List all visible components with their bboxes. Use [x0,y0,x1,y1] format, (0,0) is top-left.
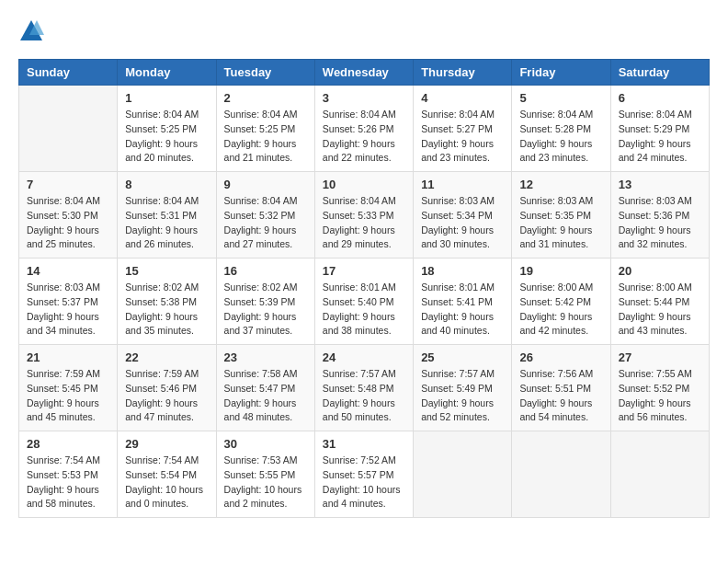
calendar-cell: 17Sunrise: 8:01 AMSunset: 5:40 PMDayligh… [314,259,413,345]
calendar-cell: 12Sunrise: 8:03 AMSunset: 5:35 PMDayligh… [512,172,610,259]
day-number: 11 [421,178,504,191]
calendar-cell: 18Sunrise: 8:01 AMSunset: 5:41 PMDayligh… [414,259,512,345]
day-number: 20 [619,264,701,278]
day-info: Sunrise: 7:59 AMSunset: 5:46 PMDaylight:… [125,367,208,425]
calendar-cell: 28Sunrise: 7:54 AMSunset: 5:53 PMDayligh… [19,431,118,518]
day-info: Sunrise: 7:58 AMSunset: 5:47 PMDaylight:… [224,367,307,425]
day-info: Sunrise: 7:54 AMSunset: 5:54 PMDaylight:… [125,454,208,511]
day-number: 28 [27,437,109,451]
calendar-cell [512,431,610,518]
day-info: Sunrise: 8:04 AMSunset: 5:30 PMDaylight:… [27,194,109,252]
day-number: 4 [421,91,504,105]
day-info: Sunrise: 8:04 AMSunset: 5:32 PMDaylight:… [224,194,307,252]
calendar-cell: 29Sunrise: 7:54 AMSunset: 5:54 PMDayligh… [118,431,216,518]
day-number: 10 [323,178,405,191]
day-info: Sunrise: 8:01 AMSunset: 5:41 PMDaylight:… [421,281,504,339]
day-info: Sunrise: 7:56 AMSunset: 5:51 PMDaylight:… [519,367,602,425]
calendar-cell: 19Sunrise: 8:00 AMSunset: 5:42 PMDayligh… [512,259,610,345]
day-info: Sunrise: 8:04 AMSunset: 5:25 PMDaylight:… [224,108,307,166]
calendar-cell: 6Sunrise: 8:04 AMSunset: 5:29 PMDaylight… [610,86,709,172]
calendar-week-5: 28Sunrise: 7:54 AMSunset: 5:53 PMDayligh… [19,431,710,518]
calendar-week-1: 1Sunrise: 8:04 AMSunset: 5:25 PMDaylight… [19,86,710,172]
logo [18,18,48,44]
column-header-friday: Friday [512,60,610,86]
column-header-tuesday: Tuesday [216,60,314,86]
calendar-header-row: SundayMondayTuesdayWednesdayThursdayFrid… [19,60,710,86]
day-info: Sunrise: 8:04 AMSunset: 5:33 PMDaylight:… [323,194,405,252]
day-number: 14 [27,264,109,278]
column-header-saturday: Saturday [610,60,709,86]
day-number: 16 [224,264,307,278]
day-number: 31 [323,437,405,451]
calendar-cell: 26Sunrise: 7:56 AMSunset: 5:51 PMDayligh… [512,345,610,431]
calendar-week-2: 7Sunrise: 8:04 AMSunset: 5:30 PMDaylight… [19,172,710,259]
calendar-cell: 10Sunrise: 8:04 AMSunset: 5:33 PMDayligh… [314,172,413,259]
day-info: Sunrise: 8:03 AMSunset: 5:37 PMDaylight:… [27,281,109,339]
calendar-cell: 25Sunrise: 7:57 AMSunset: 5:49 PMDayligh… [414,345,512,431]
day-number: 8 [125,178,208,191]
day-number: 24 [323,350,405,364]
calendar-cell [19,86,118,172]
calendar-cell [610,431,709,518]
calendar-cell: 1Sunrise: 8:04 AMSunset: 5:25 PMDaylight… [118,86,216,172]
day-number: 13 [619,178,701,191]
calendar-cell: 30Sunrise: 7:53 AMSunset: 5:55 PMDayligh… [216,431,314,518]
day-number: 3 [323,91,405,105]
day-info: Sunrise: 8:01 AMSunset: 5:40 PMDaylight:… [323,281,405,339]
day-info: Sunrise: 7:59 AMSunset: 5:45 PMDaylight:… [27,367,109,425]
day-info: Sunrise: 7:55 AMSunset: 5:52 PMDaylight:… [619,367,701,425]
day-info: Sunrise: 7:54 AMSunset: 5:53 PMDaylight:… [27,454,109,511]
day-info: Sunrise: 8:04 AMSunset: 5:29 PMDaylight:… [619,108,701,166]
day-number: 1 [125,91,208,105]
calendar-cell: 9Sunrise: 8:04 AMSunset: 5:32 PMDaylight… [216,172,314,259]
calendar-cell: 20Sunrise: 8:00 AMSunset: 5:44 PMDayligh… [610,259,709,345]
column-header-monday: Monday [118,60,216,86]
day-number: 12 [519,178,602,191]
day-number: 19 [519,264,602,278]
day-number: 2 [224,91,307,105]
day-number: 7 [27,178,109,191]
day-number: 25 [421,350,504,364]
day-number: 22 [125,350,208,364]
day-number: 30 [224,437,307,451]
day-info: Sunrise: 8:04 AMSunset: 5:31 PMDaylight:… [125,194,208,252]
calendar-cell: 11Sunrise: 8:03 AMSunset: 5:34 PMDayligh… [414,172,512,259]
day-number: 23 [224,350,307,364]
column-header-thursday: Thursday [414,60,512,86]
calendar-cell: 21Sunrise: 7:59 AMSunset: 5:45 PMDayligh… [19,345,118,431]
day-number: 21 [27,350,109,364]
day-info: Sunrise: 7:57 AMSunset: 5:48 PMDaylight:… [323,367,405,425]
day-info: Sunrise: 8:03 AMSunset: 5:36 PMDaylight:… [619,194,701,252]
day-number: 26 [519,350,602,364]
calendar-cell [414,431,512,518]
calendar-cell: 8Sunrise: 8:04 AMSunset: 5:31 PMDaylight… [118,172,216,259]
day-number: 17 [323,264,405,278]
calendar-cell: 31Sunrise: 7:52 AMSunset: 5:57 PMDayligh… [314,431,413,518]
calendar-cell: 5Sunrise: 8:04 AMSunset: 5:28 PMDaylight… [512,86,610,172]
day-info: Sunrise: 7:57 AMSunset: 5:49 PMDaylight:… [421,367,504,425]
day-info: Sunrise: 8:03 AMSunset: 5:34 PMDaylight:… [421,194,504,252]
day-number: 29 [125,437,208,451]
day-info: Sunrise: 8:02 AMSunset: 5:39 PMDaylight:… [224,281,307,339]
day-number: 5 [519,91,602,105]
day-info: Sunrise: 8:04 AMSunset: 5:28 PMDaylight:… [519,108,602,166]
column-header-wednesday: Wednesday [314,60,413,86]
logo-icon [18,18,44,44]
calendar-cell: 23Sunrise: 7:58 AMSunset: 5:47 PMDayligh… [216,345,314,431]
calendar-cell: 15Sunrise: 8:02 AMSunset: 5:38 PMDayligh… [118,259,216,345]
day-number: 15 [125,264,208,278]
calendar-cell: 22Sunrise: 7:59 AMSunset: 5:46 PMDayligh… [118,345,216,431]
day-info: Sunrise: 8:00 AMSunset: 5:44 PMDaylight:… [619,281,701,339]
day-info: Sunrise: 8:02 AMSunset: 5:38 PMDaylight:… [125,281,208,339]
calendar-cell: 7Sunrise: 8:04 AMSunset: 5:30 PMDaylight… [19,172,118,259]
day-info: Sunrise: 7:52 AMSunset: 5:57 PMDaylight:… [323,454,405,511]
calendar-cell: 3Sunrise: 8:04 AMSunset: 5:26 PMDaylight… [314,86,413,172]
page-header [18,18,710,44]
day-info: Sunrise: 8:04 AMSunset: 5:26 PMDaylight:… [323,108,405,166]
calendar-week-3: 14Sunrise: 8:03 AMSunset: 5:37 PMDayligh… [19,259,710,345]
column-header-sunday: Sunday [19,60,118,86]
calendar-cell: 13Sunrise: 8:03 AMSunset: 5:36 PMDayligh… [610,172,709,259]
calendar-cell: 2Sunrise: 8:04 AMSunset: 5:25 PMDaylight… [216,86,314,172]
day-number: 6 [619,91,701,105]
calendar-cell: 27Sunrise: 7:55 AMSunset: 5:52 PMDayligh… [610,345,709,431]
